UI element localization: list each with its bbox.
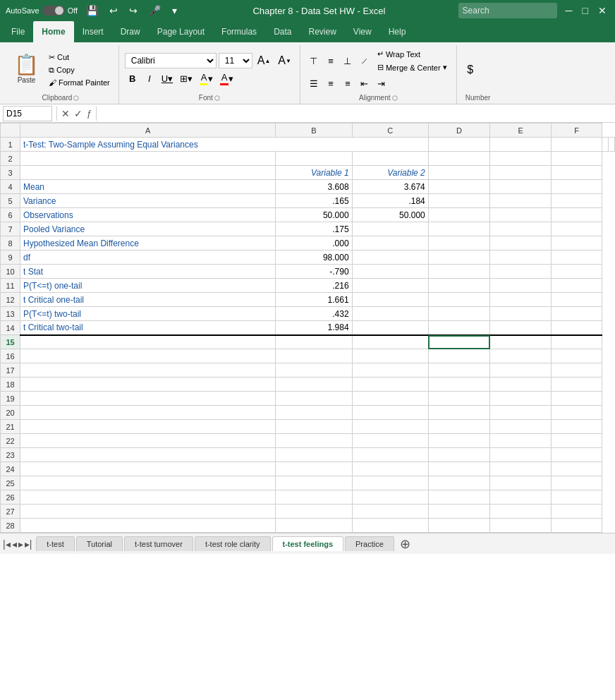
cell-a4[interactable]: Mean xyxy=(20,180,276,194)
cell-d28[interactable] xyxy=(428,519,489,533)
cell-e10[interactable] xyxy=(490,265,552,279)
cell-d24[interactable] xyxy=(428,462,489,476)
cell-e17[interactable] xyxy=(490,363,552,378)
cell-d11[interactable] xyxy=(428,279,489,293)
cell-f21[interactable] xyxy=(552,420,602,434)
cell-b24[interactable] xyxy=(276,462,352,476)
cell-d9[interactable] xyxy=(428,251,489,265)
cell-a14[interactable]: t Critical two-tail xyxy=(20,321,276,335)
cell-e20[interactable] xyxy=(490,406,552,420)
next-sheet-icon[interactable]: ▸ xyxy=(18,538,23,550)
cell-f7[interactable] xyxy=(552,222,602,236)
cell-b12[interactable]: 1.661 xyxy=(276,293,352,307)
cell-e14[interactable] xyxy=(490,321,552,335)
cell-e19[interactable] xyxy=(490,392,552,406)
bold-button[interactable]: B xyxy=(125,71,140,86)
cell-e5[interactable] xyxy=(490,194,552,208)
cell-b14[interactable]: 1.984 xyxy=(276,321,352,335)
cell-f1[interactable] xyxy=(609,138,615,152)
cell-d26[interactable] xyxy=(428,490,489,505)
cell-d19[interactable] xyxy=(428,392,489,406)
cell-b10[interactable]: -.790 xyxy=(276,265,352,279)
cell-a26[interactable] xyxy=(20,490,276,505)
cell-f18[interactable] xyxy=(552,378,602,392)
last-sheet-icon[interactable]: ▸| xyxy=(25,538,32,550)
col-header-a[interactable]: A xyxy=(20,123,276,138)
cell-a3[interactable] xyxy=(20,166,276,180)
cell-a27[interactable] xyxy=(20,505,276,519)
cell-f13[interactable] xyxy=(552,307,602,321)
cancel-formula-icon[interactable]: ✕ xyxy=(61,108,70,119)
cell-b3[interactable]: Variable 1 xyxy=(276,166,352,180)
cell-e21[interactable] xyxy=(490,420,552,434)
cell-f23[interactable] xyxy=(552,448,602,462)
cell-c16[interactable] xyxy=(352,349,428,363)
cell-c1[interactable] xyxy=(490,138,552,152)
cell-c20[interactable] xyxy=(352,406,428,420)
save-icon[interactable]: 💾 xyxy=(83,4,101,18)
angle-text-button[interactable]: ⟋ xyxy=(357,53,372,68)
cell-e13[interactable] xyxy=(490,307,552,321)
cell-f19[interactable] xyxy=(552,392,602,406)
prev-sheet-icon[interactable]: ◂ xyxy=(12,538,17,550)
font-expand-icon[interactable]: ⬡ xyxy=(214,95,220,102)
grid-wrapper[interactable]: A B C D E F 1t-Test: Two-Sample Assuming… xyxy=(0,123,615,533)
tab-review[interactable]: Review xyxy=(300,21,344,42)
cell-e2[interactable] xyxy=(490,152,552,166)
align-middle-button[interactable]: ≡ xyxy=(323,53,339,68)
cell-b9[interactable]: 98.000 xyxy=(276,251,352,265)
cell-f26[interactable] xyxy=(552,490,602,505)
clipboard-expand-icon[interactable]: ⬡ xyxy=(73,95,79,102)
cell-f27[interactable] xyxy=(552,505,602,519)
merge-center-button[interactable]: ⊟ Merge & Center ▾ xyxy=(374,61,451,73)
cell-f9[interactable] xyxy=(552,251,602,265)
first-sheet-icon[interactable]: |◂ xyxy=(3,538,11,550)
cell-d15[interactable] xyxy=(428,335,489,349)
cell-e15[interactable] xyxy=(490,335,552,349)
cell-b16[interactable] xyxy=(276,349,352,363)
sheet-tab-role-clarity[interactable]: t-test role clarity xyxy=(195,536,271,551)
maximize-icon[interactable]: □ xyxy=(580,4,591,18)
cell-e22[interactable] xyxy=(490,434,552,448)
cell-a17[interactable] xyxy=(20,363,276,378)
cell-a25[interactable] xyxy=(20,476,276,490)
cell-d16[interactable] xyxy=(428,349,489,363)
search-input[interactable] xyxy=(458,3,557,18)
cell-f3[interactable] xyxy=(552,166,602,180)
add-sheet-button[interactable]: ⊕ xyxy=(396,536,415,552)
col-header-f[interactable]: F xyxy=(552,123,602,138)
cell-c4[interactable]: 3.674 xyxy=(352,180,428,194)
cell-b7[interactable]: .175 xyxy=(276,222,352,236)
cell-a2[interactable] xyxy=(20,152,276,166)
cell-c15[interactable] xyxy=(352,335,428,349)
formula-input[interactable] xyxy=(101,109,612,119)
cell-f8[interactable] xyxy=(552,236,602,251)
cell-c3[interactable]: Variable 2 xyxy=(352,166,428,180)
cell-d6[interactable] xyxy=(428,208,489,222)
cell-a24[interactable] xyxy=(20,462,276,476)
tab-draw[interactable]: Draw xyxy=(112,21,149,42)
align-top-button[interactable]: ⊤ xyxy=(306,53,322,68)
font-size-select[interactable]: 11 xyxy=(219,53,252,68)
redo-icon[interactable]: ↪ xyxy=(126,4,140,18)
cell-e16[interactable] xyxy=(490,349,552,363)
increase-indent-button[interactable]: ⇥ xyxy=(374,76,389,91)
cell-c5[interactable]: .184 xyxy=(352,194,428,208)
cell-e4[interactable] xyxy=(490,180,552,194)
cell-d27[interactable] xyxy=(428,505,489,519)
alignment-expand-icon[interactable]: ⬡ xyxy=(392,95,398,102)
decrease-indent-button[interactable]: ⇤ xyxy=(357,76,372,91)
cell-e8[interactable] xyxy=(490,236,552,251)
cell-d23[interactable] xyxy=(428,448,489,462)
tab-formulas[interactable]: Formulas xyxy=(213,21,265,42)
cell-f14[interactable] xyxy=(552,321,602,335)
col-header-d[interactable]: D xyxy=(428,123,489,138)
cell-d21[interactable] xyxy=(428,420,489,434)
cell-b25[interactable] xyxy=(276,476,352,490)
cell-f11[interactable] xyxy=(552,279,602,293)
paste-button[interactable]: 📋 Paste xyxy=(8,52,44,87)
cell-f2[interactable] xyxy=(552,152,602,166)
cell-a11[interactable]: P(T<=t) one-tail xyxy=(20,279,276,293)
cell-a16[interactable] xyxy=(20,349,276,363)
cell-b15[interactable] xyxy=(276,335,352,349)
